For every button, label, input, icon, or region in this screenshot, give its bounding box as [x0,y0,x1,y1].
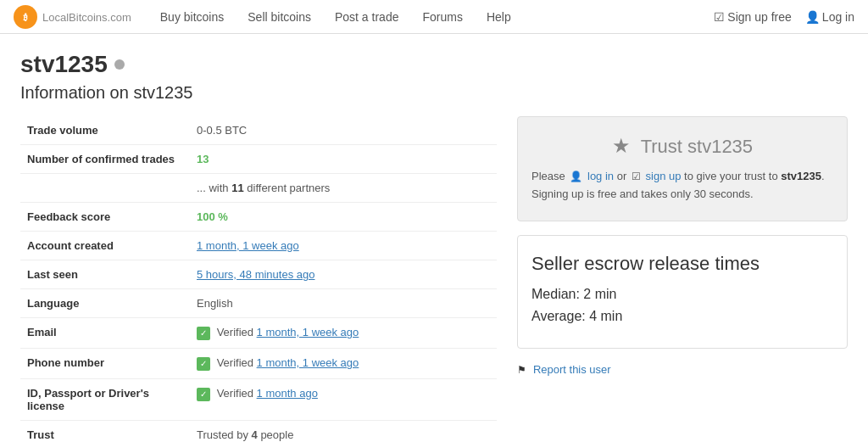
label-confirmed-trades: Number of confirmed trades [20,145,190,174]
label-language: Language [20,289,190,318]
table-row: Account created 1 month, 1 week ago [20,232,497,260]
check-small-icon: ☑ [632,171,641,182]
table-row: Trade volume 0-0.5 BTC [20,116,497,145]
nav-post-trade[interactable]: Post a trade [323,0,411,34]
table-row: Trust Trusted by 4 people [20,421,497,443]
nav-forums[interactable]: Forums [410,0,474,34]
label-trade-volume: Trade volume [20,116,190,145]
label-partners [20,174,190,203]
table-row: ... with 11 different partners [20,174,497,203]
person-icon: 👤 [805,10,820,24]
label-trust: Trust [20,421,190,443]
report-section: ⚑ Report this user [517,362,848,376]
nav-buy-bitcoins[interactable]: Buy bitcoins [148,0,236,34]
nav-sell-bitcoins[interactable]: Sell bitcoins [236,0,323,34]
table-row: ID, Passport or Driver's license ✓ Verif… [20,379,497,421]
value-trade-volume: 0-0.5 BTC [190,116,497,145]
report-user-link[interactable]: Report this user [533,363,611,376]
escrow-title: Seller escrow release times [531,253,833,275]
login-trust-link[interactable]: log in [587,170,614,182]
nav-help[interactable]: Help [475,0,523,34]
left-column: Trade volume 0-0.5 BTC Number of confirm… [20,116,497,442]
nav-right: ☑Sign up free 👤Log in [714,10,854,24]
label-account-created: Account created [20,232,190,260]
signup-link[interactable]: ☑Sign up free [714,10,792,24]
email-verified-icon: ✓ [197,327,210,340]
value-trust: Trusted by 4 people [190,421,497,443]
username: stv1235 [20,51,108,78]
table-row: Phone number ✓ Verified 1 month, 1 week … [20,349,497,379]
escrow-box: Seller escrow release times Median: 2 mi… [517,235,848,349]
username-row: stv1235 [20,51,848,78]
value-email: ✓ Verified 1 month, 1 week ago [190,318,497,349]
logo[interactable]: ₿ LocalBitcoins.com [14,5,131,29]
page-title: Information on stv1235 [20,83,848,103]
trust-count: 4 [252,428,258,441]
login-link[interactable]: 👤Log in [805,10,854,24]
label-id: ID, Passport or Driver's license [20,379,190,421]
nav-links: Buy bitcoins Sell bitcoins Post a trade … [148,0,523,34]
account-created-link[interactable]: 1 month, 1 week ago [197,239,299,252]
table-row: Last seen 5 hours, 48 minutes ago [20,260,497,289]
table-row: Feedback score 100 % [20,203,497,232]
online-status-dot [114,59,125,70]
trust-username: stv1235 [781,170,821,182]
logo-icon: ₿ [14,5,37,29]
value-phone: ✓ Verified 1 month, 1 week ago [190,349,497,379]
navbar: ₿ LocalBitcoins.com Buy bitcoins Sell bi… [0,0,868,34]
value-last-seen: 5 hours, 48 minutes ago [190,260,497,289]
table-row: Email ✓ Verified 1 month, 1 week ago [20,318,497,349]
trust-box: ★ Trust stv1235 Please 👤 log in or ☑ sig… [517,116,848,221]
phone-verified-date[interactable]: 1 month, 1 week ago [257,356,359,369]
value-language: English [190,289,497,318]
id-verified-icon: ✓ [197,388,210,401]
escrow-average: Average: 4 min [531,309,833,324]
label-feedback-score: Feedback score [20,203,190,232]
logo-text: LocalBitcoins.com [42,9,131,24]
value-feedback-score: 100 % [190,203,497,232]
last-seen-link[interactable]: 5 hours, 48 minutes ago [197,268,314,281]
email-verified-date[interactable]: 1 month, 1 week ago [257,326,359,338]
value-id: ✓ Verified 1 month ago [190,379,497,421]
content-grid: Trade volume 0-0.5 BTC Number of confirm… [20,116,848,442]
info-table: Trade volume 0-0.5 BTC Number of confirm… [20,116,497,442]
feedback-value: 100 % [197,210,228,223]
main-content: stv1235 Information on stv1235 Trade vol… [0,34,868,442]
flag-icon: ⚑ [517,364,526,376]
phone-verified-icon: ✓ [197,357,210,371]
confirmed-trades-value: 13 [197,153,209,165]
signup-trust-link[interactable]: sign up [646,170,682,182]
label-phone: Phone number [20,349,190,379]
partners-count: 11 [231,182,243,194]
value-account-created: 1 month, 1 week ago [190,232,497,260]
table-row: Number of confirmed trades 13 [20,145,497,174]
value-partners: ... with 11 different partners [190,174,497,203]
star-icon: ★ [612,134,631,157]
table-row: Language English [20,289,497,318]
escrow-median: Median: 2 min [531,287,833,302]
id-verified-date[interactable]: 1 month ago [257,387,318,400]
right-column: ★ Trust stv1235 Please 👤 log in or ☑ sig… [517,116,848,442]
trust-title: ★ Trust stv1235 [531,134,833,158]
signup-check-icon: ☑ [714,10,725,24]
svg-text:₿: ₿ [23,13,28,22]
person-small-icon: 👤 [570,171,582,182]
trust-description: Please 👤 log in or ☑ sign up to give you… [531,168,833,204]
label-last-seen: Last seen [20,260,190,289]
value-confirmed-trades: 13 [190,145,497,174]
label-email: Email [20,318,190,349]
